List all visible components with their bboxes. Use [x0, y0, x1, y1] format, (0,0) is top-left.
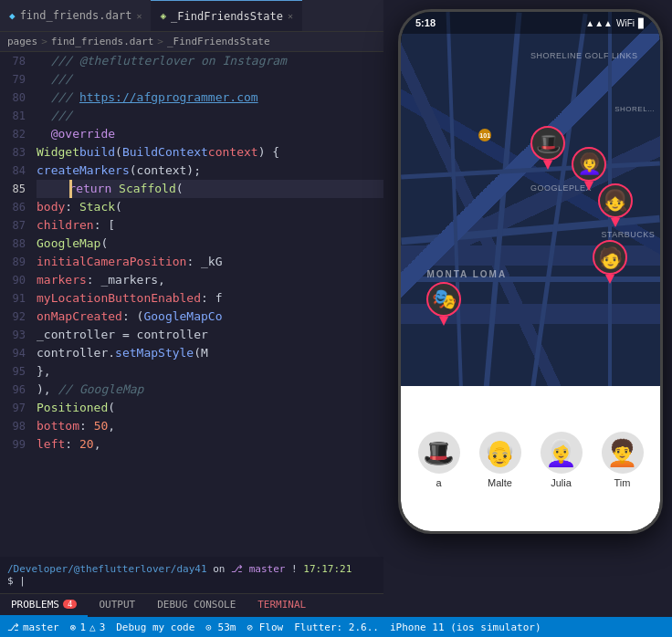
pin-bubble-4: 🧑 — [593, 240, 627, 275]
code-line-94: controller.setMapStyle(M — [37, 344, 383, 362]
git-icon: ⎇ — [7, 621, 19, 633]
breadcrumb-sep1: > — [41, 36, 47, 47]
code-line-87: children: [ — [37, 216, 383, 235]
pin-3[interactable]: 👧 — [598, 183, 633, 227]
terminal-on: on — [213, 563, 231, 575]
code-line-93: _controller = controller — [37, 326, 383, 344]
code-line-98: bottom: 50, — [37, 417, 383, 435]
friend-name-0: a — [436, 477, 441, 488]
friend-item-1[interactable]: 👴 Malte — [479, 432, 521, 488]
terminal-area: /Developer/@theflutterlover/day41 on ⎇ m… — [0, 557, 383, 593]
code-line-90: markers: _markers, — [37, 271, 383, 289]
tab-bar: ◆ find_friends.dart ✕ ◈ _FindFriendsStat… — [0, 0, 383, 32]
pin-tail-1 — [543, 161, 552, 170]
friend-name-1: Malte — [488, 477, 512, 488]
code-line-81: /// — [37, 107, 383, 125]
debug-label: Debug my code — [116, 621, 194, 633]
friend-name-3: Tim — [614, 477, 631, 488]
pin-bubble-1: 🎩 — [530, 126, 565, 161]
terminal-time: 17:17:21 — [303, 563, 352, 575]
code-line-78: /// @theflutterlover on Instagram — [37, 52, 383, 70]
tab-close-2[interactable]: ✕ — [288, 11, 293, 21]
terminal-prompt-line: $ | — [7, 575, 376, 587]
status-flow: ⊘ Flow — [247, 621, 283, 633]
breadcrumb-file[interactable]: find_friends.dart — [51, 36, 154, 47]
breadcrumb: pages > find_friends.dart > _FindFriends… — [0, 32, 383, 52]
code-line-79: /// — [37, 70, 383, 89]
code-line-99: left: 20, — [37, 435, 383, 454]
code-line-83: Widget build(BuildContext context) { — [37, 143, 383, 162]
tab-output[interactable]: OUTPUT — [88, 593, 146, 617]
error-count: 1 — [79, 621, 86, 633]
statusbar: ⎇ master ⊗ 1 △ 3 Debug my code ⊙ 53m ⊘ F… — [0, 617, 672, 637]
wifi-icon: WiFi — [616, 18, 635, 28]
pin-bubble-5: 🎭 — [426, 282, 461, 317]
flow-label: ⊘ Flow — [247, 621, 283, 633]
friend-name-2: Julia — [551, 477, 572, 488]
breadcrumb-pages[interactable]: pages — [7, 36, 37, 47]
terminal-prompt: $ | — [7, 575, 26, 587]
warning-count: 3 — [100, 621, 106, 633]
code-line-85: return Scaffold( — [37, 180, 383, 198]
friends-panel: 🎩 a 👴 Malte 👩‍🦳 Julia 🧑‍🦱 Tim — [401, 386, 660, 531]
code-lines: /// @theflutterlover on Instagram /// //… — [33, 52, 383, 593]
pin-bubble-2: 👩‍🦱 — [572, 147, 606, 182]
pin-5[interactable]: 🎭 — [426, 282, 461, 326]
panel-tabs: PROBLEMS 4 OUTPUT DEBUG CONSOLE TERMINAL — [0, 593, 383, 617]
tab-debug-console[interactable]: DEBUG CONSOLE — [146, 593, 247, 617]
friend-item-3[interactable]: 🧑‍🦱 Tim — [602, 432, 644, 488]
status-simulator: iPhone 11 (ios simulator) — [390, 621, 541, 633]
error-icon: ⊗ — [70, 621, 77, 633]
code-line-89: initialCameraPosition: _kG — [37, 253, 383, 271]
tab-close-1[interactable]: ✕ — [136, 11, 142, 21]
code-line-92: onMapCreated: (GoogleMapCo — [37, 308, 383, 326]
phone-mockup: Shoreline Golf Links Shorel... Googleple… — [398, 9, 663, 534]
status-git: ⎇ master — [7, 621, 59, 633]
pin-tail-5 — [439, 317, 448, 326]
phone-time: 5:18 — [415, 17, 436, 28]
tab-problems[interactable]: PROBLEMS 4 — [0, 593, 88, 617]
friend-avatar-0: 🎩 — [418, 432, 460, 474]
status-debug: Debug my code — [116, 621, 194, 633]
status-errors: ⊗ 1 △ 3 — [70, 621, 106, 633]
pin-tail-4 — [605, 275, 614, 284]
tab-label-2: _FindFriendsState — [171, 10, 283, 23]
terminal-exclaim: ! — [291, 563, 303, 575]
signal-icon: ▲▲▲ — [585, 18, 613, 28]
code-line-97: Positioned( — [37, 399, 383, 417]
friend-item-0[interactable]: 🎩 a — [418, 432, 460, 488]
terminal-path-line: /Developer/@theflutterlover/day41 on ⎇ m… — [7, 563, 376, 575]
phone-status-bar: 5:18 ▲▲▲ WiFi ▊ — [401, 12, 660, 34]
breadcrumb-sep2: > — [157, 36, 163, 47]
code-line-91: myLocationButtonEnabled: f — [37, 289, 383, 308]
simulator-label: iPhone 11 (ios simulator) — [390, 621, 541, 633]
status-flutter: Flutter: 2.6.. — [294, 621, 379, 633]
pin-1[interactable]: 🎩 — [530, 126, 565, 170]
dart-icon: ◆ — [9, 10, 16, 22]
git-branch: master — [23, 621, 59, 633]
battery-icon: ▊ — [638, 18, 646, 28]
timer-label: ⊙ 53m — [205, 621, 236, 633]
tab-state[interactable]: ◈ _FindFriendsState ✕ — [151, 0, 301, 31]
problems-badge: 4 — [63, 600, 77, 609]
tab-terminal[interactable]: TERMINAL — [247, 593, 317, 617]
code-line-80: /// https://afgprogrammer.com — [37, 89, 383, 107]
friend-avatar-3: 🧑‍🦱 — [602, 432, 644, 474]
phone-status-icons: ▲▲▲ WiFi ▊ — [585, 18, 646, 28]
line-numbers: 78 79 80 81 82 83 84 85 86 87 88 89 90 9… — [0, 52, 33, 593]
pin-4[interactable]: 🧑 — [593, 240, 627, 284]
code-area: 78 79 80 81 82 83 84 85 86 87 88 89 90 9… — [0, 52, 383, 593]
code-line-86: body: Stack( — [37, 198, 383, 216]
code-line-95: }, — [37, 362, 383, 381]
pin-tail-3 — [611, 218, 620, 227]
code-line-88: GoogleMap( — [37, 235, 383, 253]
tab-find-friends[interactable]: ◆ find_friends.dart ✕ — [0, 0, 151, 31]
code-line-82: @override — [37, 125, 383, 143]
editor: ◆ find_friends.dart ✕ ◈ _FindFriendsStat… — [0, 0, 383, 593]
phone-screen: Shoreline Golf Links Shorel... Googleple… — [401, 12, 660, 531]
pin-bubble-3: 👧 — [598, 183, 633, 218]
status-timer: ⊙ 53m — [205, 621, 236, 633]
breadcrumb-class[interactable]: _FindFriendsState — [167, 36, 270, 47]
friend-item-2[interactable]: 👩‍🦳 Julia — [541, 432, 583, 488]
tab-label-1: find_friends.dart — [20, 9, 132, 22]
